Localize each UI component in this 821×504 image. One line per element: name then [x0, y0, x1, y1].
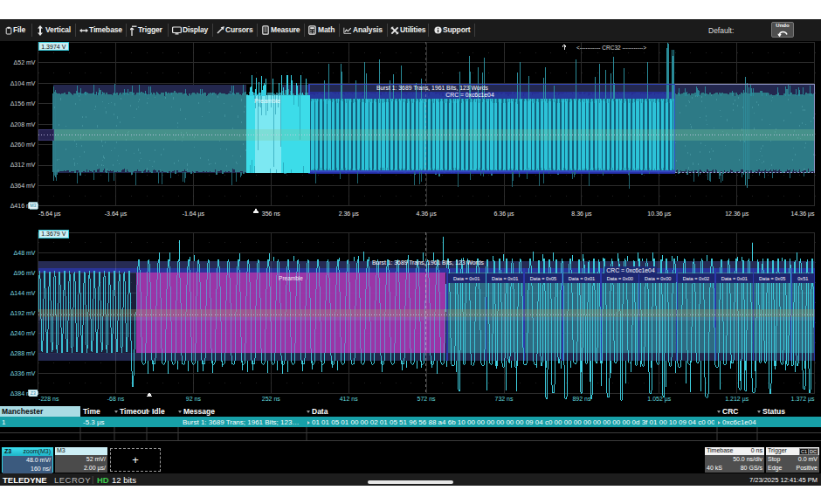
svg-text:Δ312 mV: Δ312 mV	[10, 162, 36, 168]
svg-text:12.36 µs: 12.36 µs	[725, 211, 749, 217]
svg-text:Data = 0x01: Data = 0x01	[721, 276, 748, 281]
svg-text:Burst 1: 3689 Trans, 1961 Bits: Burst 1: 3689 Trans, 1961 Bits, 123 Word…	[372, 259, 485, 266]
svg-text:Δ336 mV: Δ336 mV	[10, 370, 36, 376]
svg-text:1.212 µs: 1.212 µs	[725, 396, 749, 403]
svg-text:Data = 0x01: Data = 0x01	[492, 276, 518, 281]
svg-text:Δ104 mV: Δ104 mV	[10, 80, 36, 86]
svg-text:252 ns: 252 ns	[262, 396, 281, 402]
svg-text:0x51: 0x51	[797, 276, 808, 281]
svg-text:92 ns: 92 ns	[186, 396, 202, 402]
svg-text:Δ260 mV: Δ260 mV	[10, 142, 36, 148]
svg-text:1.372 µs: 1.372 µs	[791, 396, 815, 403]
svg-text:Burst 1: 3689 Trans, 1961 Bits: Burst 1: 3689 Trans, 1961 Bits, 123 Word…	[376, 85, 489, 91]
svg-text:Δ288 mV: Δ288 mV	[10, 350, 36, 356]
svg-text:572 ns: 572 ns	[417, 396, 437, 402]
svg-text:Δ240 mV: Δ240 mV	[10, 330, 36, 336]
svg-text:10.36 µs: 10.36 µs	[647, 211, 671, 217]
svg-text:8.36 µs: 8.36 µs	[571, 211, 592, 217]
svg-text:Data = 0x02: Data = 0x02	[683, 276, 709, 281]
svg-text:1.3679 V: 1.3679 V	[41, 231, 66, 237]
svg-text:14.36 µs: 14.36 µs	[791, 211, 815, 217]
svg-text:<----------- CRC32 -----------: <----------- CRC32 ----------->	[576, 45, 646, 51]
svg-text:Z3: Z3	[31, 390, 36, 396]
svg-text:M3: M3	[30, 203, 36, 208]
svg-text:Δ364 mV: Δ364 mV	[10, 183, 36, 189]
svg-text:-228 ns: -228 ns	[38, 396, 59, 402]
svg-text:-1.64 µs: -1.64 µs	[183, 211, 205, 217]
svg-text:1.052 µs: 1.052 µs	[647, 396, 671, 403]
svg-text:Δ208 mV: Δ208 mV	[10, 121, 36, 128]
svg-text:Data = 0x00: Data = 0x00	[645, 276, 671, 281]
svg-text:356 ns: 356 ns	[262, 211, 281, 217]
svg-text:Δ156 mV: Δ156 mV	[10, 100, 36, 107]
svg-text:6.36 µs: 6.36 µs	[493, 211, 514, 217]
svg-text:2.36 µs: 2.36 µs	[339, 211, 360, 217]
svg-text:Δ52 mV: Δ52 mV	[14, 59, 36, 66]
svg-text:892 ns: 892 ns	[572, 396, 591, 402]
svg-text:CRC = 0xc6c1e04: CRC = 0xc6c1e04	[445, 92, 494, 98]
svg-text:1.3974 V: 1.3974 V	[41, 44, 66, 50]
svg-text:Data = 0x01: Data = 0x01	[569, 276, 595, 281]
svg-text:-5.64 µs: -5.64 µs	[38, 211, 61, 217]
svg-text:Δ144 mV: Δ144 mV	[10, 290, 36, 296]
svg-text:Preamble: Preamble	[279, 275, 303, 281]
svg-text:732 ns: 732 ns	[494, 396, 514, 402]
svg-text:Δ192 mV: Δ192 mV	[10, 310, 36, 316]
svg-text:Data = 0x05: Data = 0x05	[759, 276, 785, 281]
svg-text:Data = 0x00: Data = 0x00	[607, 276, 633, 281]
svg-text:Δ48 mV: Δ48 mV	[14, 250, 36, 256]
svg-text:412 ns: 412 ns	[340, 396, 359, 402]
svg-text:Preamble: Preamble	[254, 98, 280, 104]
svg-text:4.36 µs: 4.36 µs	[417, 211, 438, 217]
svg-text:Δ96 mV: Δ96 mV	[14, 270, 36, 276]
svg-text:-3.64 µs: -3.64 µs	[105, 211, 128, 217]
svg-text:Data = 0x01: Data = 0x01	[453, 276, 479, 281]
svg-text:CRC = 0xc6c1e04: CRC = 0xc6c1e04	[606, 267, 655, 273]
svg-text:-68 ns: -68 ns	[107, 396, 125, 402]
svg-text:Data = 0x05: Data = 0x05	[530, 276, 556, 281]
